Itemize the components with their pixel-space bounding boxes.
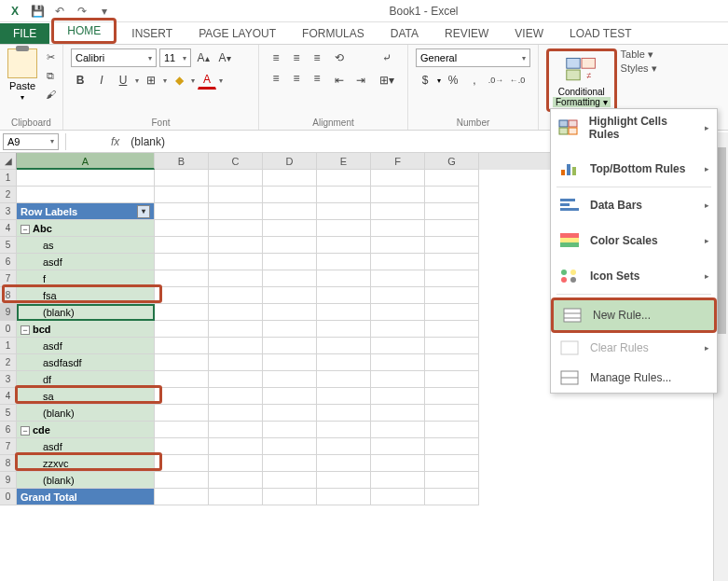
- cell[interactable]: [263, 321, 317, 338]
- row-header[interactable]: 4: [0, 388, 17, 405]
- cell[interactable]: [317, 388, 371, 405]
- cell[interactable]: [425, 321, 479, 338]
- format-as-table-button[interactable]: Table ▾: [621, 48, 657, 61]
- cell-styles-button[interactable]: Styles ▾: [621, 62, 657, 75]
- merge-button[interactable]: ⊞▾: [374, 71, 400, 90]
- cell[interactable]: [371, 254, 425, 270]
- cell[interactable]: [317, 254, 371, 270]
- cell[interactable]: −cde: [17, 422, 155, 438]
- cell[interactable]: [209, 438, 263, 455]
- increase-indent-icon[interactable]: ⇥: [351, 71, 370, 90]
- fill-color-icon[interactable]: ◆: [170, 71, 188, 90]
- cell[interactable]: [317, 455, 371, 472]
- collapse-icon[interactable]: −: [21, 325, 30, 335]
- cell[interactable]: asdf: [17, 338, 155, 354]
- cell[interactable]: [371, 203, 425, 220]
- row-header[interactable]: 3: [0, 371, 17, 388]
- save-icon[interactable]: 💾: [28, 3, 47, 20]
- cell[interactable]: [155, 270, 209, 287]
- cell[interactable]: [209, 270, 263, 287]
- menu-clear-rules[interactable]: Clear Rules▸: [551, 333, 717, 363]
- cell[interactable]: [263, 489, 317, 505]
- cell[interactable]: [317, 220, 371, 237]
- cell[interactable]: [317, 237, 371, 254]
- row-header[interactable]: 2: [0, 354, 17, 371]
- row-header[interactable]: 0: [0, 321, 17, 338]
- align-left-icon[interactable]: ≡: [267, 69, 285, 88]
- cell[interactable]: [317, 371, 371, 388]
- cell[interactable]: [425, 287, 479, 304]
- cell[interactable]: [209, 220, 263, 237]
- cell[interactable]: [317, 170, 371, 187]
- cell[interactable]: [371, 422, 425, 438]
- name-box[interactable]: A9▾: [3, 133, 59, 150]
- cell[interactable]: [371, 338, 425, 354]
- cell[interactable]: −bcd: [17, 321, 155, 338]
- cell[interactable]: [209, 321, 263, 338]
- cell[interactable]: [263, 287, 317, 304]
- cell[interactable]: −Abc: [17, 220, 155, 237]
- row-header[interactable]: 7: [0, 270, 17, 287]
- cell[interactable]: [155, 338, 209, 354]
- cell[interactable]: [209, 254, 263, 270]
- comma-icon[interactable]: ,: [465, 71, 484, 90]
- cell[interactable]: [371, 321, 425, 338]
- cell[interactable]: [263, 220, 317, 237]
- cell[interactable]: [263, 338, 317, 354]
- cell[interactable]: [317, 321, 371, 338]
- tab-file[interactable]: FILE: [0, 23, 49, 44]
- cell[interactable]: [155, 203, 209, 220]
- cell[interactable]: [371, 220, 425, 237]
- currency-icon[interactable]: $: [416, 71, 434, 90]
- cell[interactable]: asdf: [17, 254, 155, 270]
- tab-page-layout[interactable]: PAGE LAYOUT: [185, 23, 289, 44]
- cell[interactable]: [425, 422, 479, 438]
- cell[interactable]: [317, 187, 371, 203]
- cell[interactable]: (blank): [17, 405, 155, 422]
- cell[interactable]: [263, 237, 317, 254]
- cell[interactable]: [17, 187, 155, 203]
- row-header[interactable]: 2: [0, 187, 17, 203]
- cell[interactable]: [155, 438, 209, 455]
- align-right-icon[interactable]: ≡: [308, 69, 326, 88]
- fx-icon[interactable]: fx: [103, 135, 127, 148]
- cell[interactable]: [425, 455, 479, 472]
- cell[interactable]: [155, 455, 209, 472]
- row-header[interactable]: 9: [0, 304, 17, 321]
- wrap-text-button[interactable]: ⤶: [374, 48, 400, 67]
- cell[interactable]: [371, 187, 425, 203]
- cell[interactable]: (blank): [17, 304, 155, 321]
- cell[interactable]: [155, 371, 209, 388]
- cell[interactable]: [209, 455, 263, 472]
- menu-top-bottom[interactable]: Top/Bottom Rules▸: [551, 154, 717, 184]
- menu-highlight-cells[interactable]: Highlight Cells Rules▸: [551, 109, 717, 146]
- align-top-icon[interactable]: ≡: [267, 48, 285, 67]
- increase-decimal-icon[interactable]: .0→: [487, 71, 505, 90]
- increase-font-icon[interactable]: A▴: [194, 48, 213, 67]
- cell[interactable]: [371, 237, 425, 254]
- cell[interactable]: [209, 287, 263, 304]
- cell[interactable]: [317, 489, 371, 505]
- cell[interactable]: [155, 388, 209, 405]
- cell[interactable]: [155, 422, 209, 438]
- cell[interactable]: [263, 371, 317, 388]
- conditional-formatting-button[interactable]: ≠ Conditional Formatting ▾: [546, 48, 617, 112]
- decrease-font-icon[interactable]: A▾: [215, 48, 234, 67]
- filter-icon[interactable]: ▾: [137, 205, 150, 218]
- cell[interactable]: [155, 472, 209, 489]
- cell[interactable]: Row Labels▾: [17, 203, 155, 220]
- cell[interactable]: [317, 338, 371, 354]
- cell[interactable]: [263, 422, 317, 438]
- cell[interactable]: [263, 170, 317, 187]
- cell[interactable]: asdf: [17, 438, 155, 455]
- menu-new-rule[interactable]: New Rule...: [551, 297, 717, 333]
- cell[interactable]: [209, 371, 263, 388]
- cell[interactable]: [425, 170, 479, 187]
- cell[interactable]: [425, 371, 479, 388]
- col-header-G[interactable]: G: [425, 153, 479, 170]
- row-header[interactable]: 6: [0, 422, 17, 438]
- cell[interactable]: as: [17, 237, 155, 254]
- cell[interactable]: [425, 405, 479, 422]
- cell[interactable]: [17, 170, 155, 187]
- row-header[interactable]: 1: [0, 170, 17, 187]
